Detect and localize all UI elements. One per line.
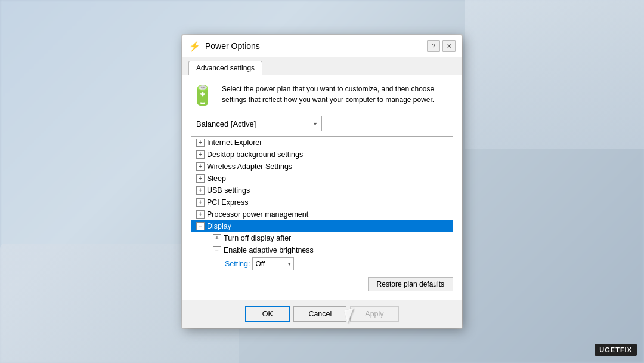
laptop-image bbox=[465, 0, 644, 149]
header-description: Select the power plan that you want to c… bbox=[222, 84, 453, 105]
battery-icon: 🔋 bbox=[191, 84, 215, 107]
dialog-footer: OK Cancel Apply bbox=[182, 300, 462, 328]
setting-dropdown-arrow: ▾ bbox=[288, 261, 291, 267]
tree-label-desktop-background: Desktop background settings bbox=[207, 150, 303, 159]
expand-icon-display: − bbox=[196, 222, 205, 230]
tree-item-pci-express[interactable]: + PCI Express bbox=[191, 196, 453, 208]
advanced-settings-tab[interactable]: Advanced settings bbox=[188, 61, 262, 75]
help-button[interactable]: ? bbox=[427, 40, 440, 52]
tab-bar: Advanced settings bbox=[182, 57, 462, 75]
tree-item-processor-power[interactable]: + Processor power management bbox=[191, 208, 453, 220]
tree-label-adaptive-brightness: Enable adaptive brightness bbox=[224, 246, 314, 254]
restore-row: Restore plan defaults bbox=[191, 273, 453, 294]
close-button[interactable]: ✕ bbox=[442, 40, 456, 52]
expand-icon-pci: + bbox=[196, 198, 205, 207]
power-options-icon: ⚡ bbox=[188, 40, 200, 52]
tree-label-internet-explorer: Internet Explorer bbox=[207, 139, 262, 147]
setting-dropdown[interactable]: Off ▾ bbox=[252, 257, 294, 270]
tree-item-desktop-background[interactable]: + Desktop background settings bbox=[191, 149, 453, 161]
restore-defaults-button[interactable]: Restore plan defaults bbox=[368, 277, 453, 291]
setting-label: Setting: bbox=[225, 260, 250, 268]
watermark: UGETFIX bbox=[595, 344, 637, 356]
apply-button[interactable]: Apply bbox=[350, 306, 398, 322]
tree-item-adaptive-brightness[interactable]: − Enable adaptive brightness bbox=[191, 244, 453, 256]
power-options-dialog: ⚡ Power Options ? ✕ Advanced settings 🔋 … bbox=[182, 35, 462, 328]
tree-label-turn-off-display: Turn off display after bbox=[224, 234, 291, 242]
dialog-title: Power Options bbox=[205, 41, 422, 51]
setting-value: Off bbox=[255, 260, 286, 268]
tree-item-usb-settings[interactable]: + USB settings bbox=[191, 184, 453, 196]
ok-button[interactable]: OK bbox=[245, 306, 290, 322]
setting-row: Setting: Off ▾ bbox=[191, 256, 453, 272]
tree-label-wireless-adapter: Wireless Adapter Settings bbox=[207, 162, 292, 171]
tree-item-sleep[interactable]: + Sleep bbox=[191, 173, 453, 184]
dialog-content: 🔋 Select the power plan that you want to… bbox=[182, 75, 462, 300]
tree-label-pci-express: PCI Express bbox=[207, 198, 248, 207]
header-section: 🔋 Select the power plan that you want to… bbox=[191, 84, 453, 107]
tree-item-turn-off-display[interactable]: + Turn off display after bbox=[191, 232, 453, 244]
cancel-button[interactable]: Cancel bbox=[293, 306, 346, 322]
expand-icon-usb: + bbox=[196, 186, 205, 195]
expand-icon-ie: + bbox=[196, 139, 205, 147]
tree-item-display[interactable]: − Display bbox=[191, 220, 453, 232]
tree-label-processor-power: Processor power management bbox=[207, 210, 308, 219]
expand-icon-processor: + bbox=[196, 210, 205, 219]
expand-icon-turnoff: + bbox=[213, 234, 221, 242]
expand-icon-sleep: + bbox=[196, 174, 205, 183]
tree-label-display: Display bbox=[207, 222, 231, 230]
title-bar-controls: ? ✕ bbox=[427, 40, 456, 52]
tree-label-usb-settings: USB settings bbox=[207, 186, 250, 195]
plan-dropdown-value: Balanced [Active] bbox=[196, 119, 256, 128]
title-bar: ⚡ Power Options ? ✕ bbox=[182, 35, 462, 57]
plan-dropdown[interactable]: Balanced [Active] ▾ bbox=[191, 116, 322, 131]
expand-icon-adaptive: − bbox=[213, 246, 221, 254]
plan-dropdown-arrow: ▾ bbox=[314, 121, 317, 127]
tree-item-wireless-adapter[interactable]: + Wireless Adapter Settings bbox=[191, 161, 453, 173]
tree-item-internet-explorer[interactable]: + Internet Explorer bbox=[191, 137, 453, 149]
tree-label-sleep: Sleep bbox=[207, 174, 226, 183]
expand-icon-desktop: + bbox=[196, 150, 205, 159]
expand-icon-wireless: + bbox=[196, 162, 205, 171]
settings-tree[interactable]: + Internet Explorer + Desktop background… bbox=[191, 136, 453, 273]
